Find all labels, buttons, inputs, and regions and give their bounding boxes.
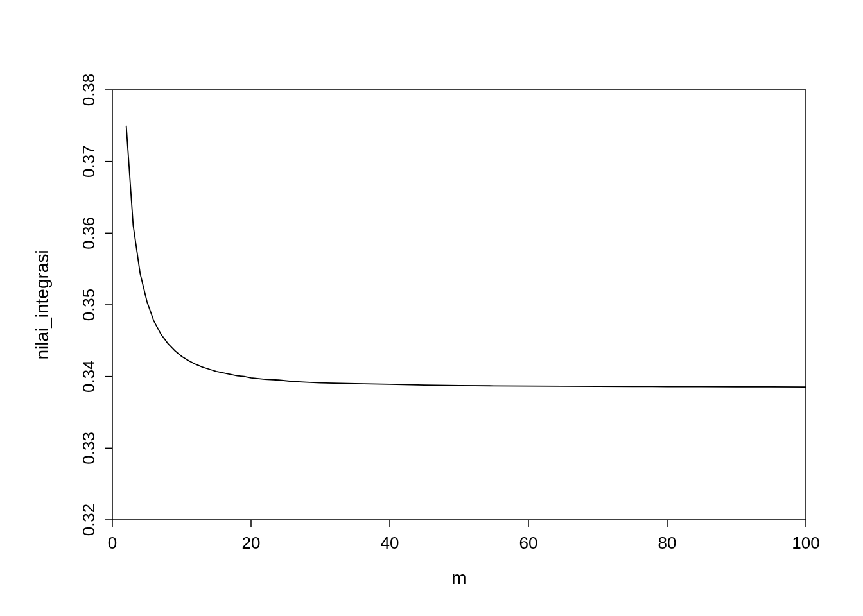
y-tick-label: 0.37 (79, 145, 98, 178)
y-tick-label: 0.35 (79, 289, 98, 321)
y-axis-tick-labels: 0.320.330.340.350.360.370.38 (79, 74, 98, 536)
x-tick-label: 40 (381, 533, 399, 552)
y-tick-label: 0.33 (79, 432, 98, 465)
plot-area (112, 90, 806, 520)
x-tick-label: 80 (658, 533, 677, 552)
x-tick-label: 60 (519, 533, 538, 552)
x-tick-label: 20 (242, 533, 261, 552)
y-axis-label: nilai_integrasi (32, 250, 52, 359)
chart-container: 020406080100 0.320.330.340.350.360.370.3… (0, 0, 863, 616)
x-axis-ticks (112, 520, 806, 527)
data-line (126, 126, 806, 387)
y-tick-label: 0.36 (79, 217, 98, 250)
x-tick-label: 100 (792, 533, 819, 552)
line-chart: 020406080100 0.320.330.340.350.360.370.3… (0, 0, 863, 616)
y-axis-ticks (105, 90, 112, 520)
x-tick-label: 0 (108, 533, 117, 552)
x-axis-label: m (451, 568, 466, 588)
x-axis-tick-labels: 020406080100 (108, 533, 820, 552)
y-tick-label: 0.32 (79, 504, 98, 536)
y-tick-label: 0.34 (79, 360, 98, 393)
y-tick-label: 0.38 (79, 74, 98, 107)
